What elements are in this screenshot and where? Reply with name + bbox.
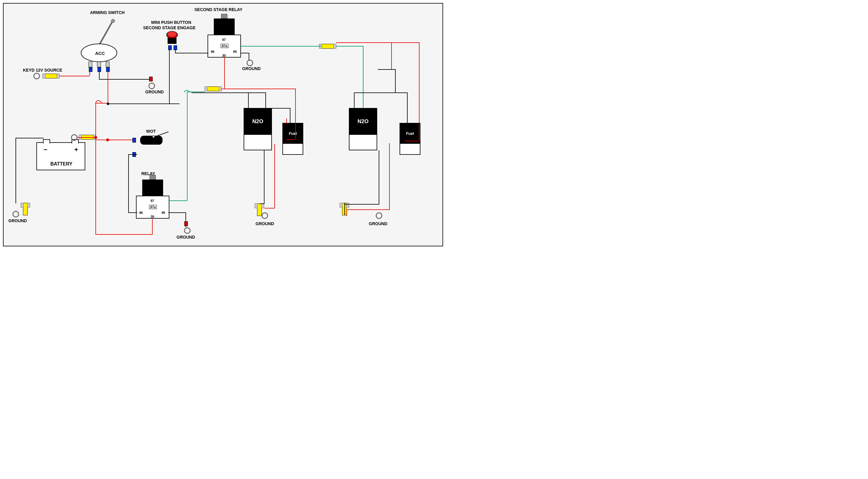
wire <box>128 212 137 213</box>
arming-switch-label: ARMING SWITCH <box>90 10 125 15</box>
connector <box>97 67 101 72</box>
wire <box>175 53 209 53</box>
n2o-solenoid-2: N2O <box>349 108 377 150</box>
ground-label-3: GROUND <box>8 218 27 223</box>
wire-power <box>295 89 296 139</box>
svg-point-7 <box>167 31 177 37</box>
wire <box>169 50 170 103</box>
ring-terminal <box>71 134 78 141</box>
fuse <box>23 203 28 215</box>
wire-power <box>346 209 390 210</box>
svg-line-0 <box>99 22 113 45</box>
connector <box>184 221 188 226</box>
wire-power <box>274 144 275 208</box>
svg-rect-10 <box>214 19 235 35</box>
fuse <box>321 44 334 49</box>
svg-point-1 <box>111 19 115 23</box>
wire <box>407 92 408 123</box>
second-stage-relay-box: 87 87a 86 85 30 <box>208 14 241 60</box>
wire-ground <box>99 71 100 79</box>
arming-switch: ACC <box>80 19 118 70</box>
connector <box>168 45 172 50</box>
fuse <box>257 203 262 216</box>
wire-jumper <box>93 99 102 108</box>
svg-rect-9 <box>221 14 227 19</box>
svg-point-17 <box>152 136 155 138</box>
second-stage-relay-label: SECOND STAGE RELAY <box>194 7 242 12</box>
wire <box>290 108 290 123</box>
connector <box>89 67 92 72</box>
wire <box>266 92 266 108</box>
wire <box>266 108 290 109</box>
svg-rect-8 <box>167 38 177 44</box>
wire-power <box>405 141 419 141</box>
wire-ground <box>379 150 379 204</box>
n2o-solenoid-1: N2O <box>244 108 272 150</box>
connector <box>149 77 153 82</box>
ring-terminal <box>247 60 253 66</box>
wire-power <box>95 103 96 137</box>
ground-label-5: GROUND <box>255 221 274 226</box>
battery: − + BATTERY <box>36 142 85 170</box>
wire-power <box>419 42 420 141</box>
wire-power <box>152 219 153 234</box>
svg-rect-12 <box>150 175 156 180</box>
wire <box>191 92 266 93</box>
wire-ground <box>99 79 150 80</box>
wire-power <box>78 137 96 138</box>
wire-power <box>95 234 153 235</box>
mini-push-button-label: MINI PUSH BUTTON <box>151 20 191 25</box>
wire <box>378 69 395 70</box>
wire <box>354 92 354 109</box>
push-button <box>164 30 180 50</box>
wire <box>354 92 408 93</box>
fuse <box>207 87 219 91</box>
ground-label-4: GROUND <box>177 235 195 239</box>
connector <box>106 67 110 72</box>
wire-power <box>265 208 275 208</box>
svg-rect-13 <box>142 180 163 196</box>
ground-label-2: GROUND <box>242 66 260 71</box>
wot-switch <box>137 134 170 150</box>
keyd-12v-label: KEYD 12V SOURCE <box>23 68 62 72</box>
junction <box>106 139 109 141</box>
wire-signal <box>336 46 363 47</box>
fuel-solenoid-2: Fuel <box>400 123 421 155</box>
ring-terminal <box>33 73 40 79</box>
wire-power <box>391 42 392 69</box>
wire-power <box>346 209 347 216</box>
wire-ground <box>344 203 345 215</box>
connector <box>132 138 136 143</box>
svg-rect-16 <box>140 136 162 145</box>
wire <box>248 92 249 109</box>
wire-power <box>224 57 225 89</box>
wire-power <box>286 118 287 124</box>
wire-ground <box>16 138 16 203</box>
ring-terminal <box>376 212 382 219</box>
svg-rect-5 <box>106 62 110 67</box>
svg-rect-4 <box>97 62 101 67</box>
wire <box>128 154 137 155</box>
wire-power <box>221 89 296 89</box>
ring-terminal <box>149 83 155 89</box>
wire-signal <box>168 201 187 201</box>
wire-ground <box>16 138 44 139</box>
wire <box>395 69 396 93</box>
wire <box>168 212 186 213</box>
wire-power <box>107 71 108 103</box>
wiring-diagram: ARMING SWITCH SECOND STAGE RELAY MINI PU… <box>3 3 443 246</box>
ground-label-1: GROUND <box>145 89 164 94</box>
wire-power <box>389 143 390 209</box>
wire <box>241 53 249 53</box>
junction <box>107 102 109 105</box>
fuel-solenoid-1: Fuel <box>282 123 303 155</box>
wire-power <box>95 137 96 234</box>
wire <box>108 103 180 104</box>
ring-terminal <box>184 227 190 234</box>
ring-terminal <box>12 211 19 217</box>
wire-signal <box>187 92 188 201</box>
wire <box>128 154 129 212</box>
wire-power <box>286 139 295 140</box>
wire-signal <box>363 46 364 109</box>
wire-power <box>89 71 90 76</box>
